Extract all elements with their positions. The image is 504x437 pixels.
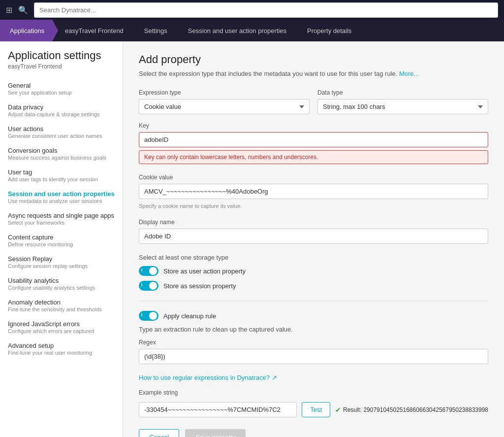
data-type-select[interactable]: String, max 100 chars Long Double Date [317,99,488,114]
toggle-session[interactable]: I O [139,281,158,291]
cookie-value-input[interactable] [139,184,488,199]
sidebar-item-js-errors[interactable]: Ignored JavaScript errors Configure whic… [0,316,123,338]
cookie-value-label: Cookie value [139,174,488,181]
storage-label: Select at least one storage type [139,254,488,261]
test-button[interactable]: Test [302,402,330,417]
key-input[interactable] [139,132,488,147]
search-input[interactable] [34,2,498,18]
regex-input[interactable] [139,349,488,364]
display-name-input[interactable] [139,229,488,244]
regex-group: Regex [139,339,488,364]
storage-section: Select at least one storage type I O Sto… [139,254,488,291]
sidebar-item-advanced[interactable]: Advanced setup Fine-tune your real user … [0,338,123,360]
breadcrumb-app-name[interactable]: easyTravel Frontend [52,20,131,41]
sidebar-item-user-actions[interactable]: User actions Generate consistent user ac… [0,121,123,143]
grid-icon: ⊞ [6,5,12,15]
toggle-action[interactable]: I O [139,266,158,276]
app-layout: Application settings easyTravel Frontend… [0,41,504,437]
key-group: Key Key can only contain lowercase lette… [139,122,488,164]
result-value: 29079104502516860663042567950238833998 [363,406,488,413]
main-content: Add property Select the expression type … [123,41,504,437]
sidebar-item-general[interactable]: General See your application setup [0,78,123,100]
app-title-block: Application settings easyTravel Frontend [0,49,123,78]
sidebar-item-usability[interactable]: Usability analytics Configure usability … [0,273,123,295]
breadcrumb-applications[interactable]: Applications [0,20,52,41]
data-type-group: Data type String, max 100 chars Long Dou… [317,89,488,114]
key-label: Key [139,122,488,129]
sidebar-item-user-tag[interactable]: User tag Add user tags to identify your … [0,165,123,186]
divider [139,301,488,301]
breadcrumb-property-details[interactable]: Property details [294,20,359,41]
app-title: Application settings [8,49,115,62]
result-check-icon: ✔ [335,406,341,414]
test-result: ✔ Result: 290791045025168606630425679502… [335,406,488,414]
display-name-label: Display name [139,219,488,226]
key-error-message: Key can only contain lowercase letters, … [139,150,488,164]
toggle-session-label: Store as session property [163,282,236,290]
cookie-value-group: Cookie value Specify a cookie name to ca… [139,174,488,209]
expression-type-select[interactable]: Cookie value CSS selector JavaScript var… [139,99,310,114]
expression-type-group: Expression type Cookie value CSS selecto… [139,89,310,114]
sidebar-item-session-properties[interactable]: Session and user action properties Use m… [0,186,123,208]
toggle-cleanup-row: I O Apply cleanup rule [139,311,488,321]
search-icon: 🔍 [18,5,28,15]
toggle-action-row: I O Store as user action property [139,266,488,276]
display-name-group: Display name [139,219,488,244]
sidebar-item-async-requests[interactable]: Async requests and single page apps Sele… [0,208,123,230]
example-string-input[interactable] [139,402,297,417]
topbar: ⊞ 🔍 [0,0,504,20]
more-link[interactable]: More... [399,70,419,77]
toggle-action-label: Store as user action property [163,268,246,275]
sidebar-item-anomaly[interactable]: Anomaly detection Fine-tune the sensitiv… [0,295,123,316]
cleanup-desc: Type an extraction rule to clean up the … [139,326,488,333]
breadcrumb-settings[interactable]: Settings [131,20,175,41]
sidebar-item-data-privacy[interactable]: Data privacy Adjust data-capture & stora… [0,100,123,121]
toggle-session-row: I O Store as session property [139,281,488,291]
cookie-hint: Specify a cookie name to capture its val… [139,203,488,209]
action-buttons: Cancel Save property [139,429,488,437]
regex-label: Regex [139,339,488,346]
result-label: Result: [343,406,361,413]
page-title: Add property [139,53,488,66]
toggle-cleanup-label: Apply cleanup rule [163,312,216,320]
test-row: Test ✔ Result: 2907910450251686066304256… [139,402,488,417]
breadcrumb-session-properties[interactable]: Session and user action properties [175,20,294,41]
page-description: Select the expression type that includes… [139,70,488,77]
sidebar-item-content-capture[interactable]: Content capture Define resource monitori… [0,230,123,251]
sidebar: Application settings easyTravel Frontend… [0,41,123,437]
app-subtitle: easyTravel Frontend [8,63,115,70]
save-button: Save property [185,429,246,437]
sidebar-item-session-replay[interactable]: Session Replay Configure session replay … [0,251,123,273]
data-type-label: Data type [317,89,488,96]
sidebar-item-conversion-goals[interactable]: Conversion goals Measure success against… [0,143,123,165]
example-string-group: Example string Test ✔ Result: 2907910450… [139,389,488,417]
expression-type-label: Expression type [139,89,310,96]
toggle-cleanup[interactable]: I O [139,311,158,321]
cancel-button[interactable]: Cancel [139,429,179,437]
cleanup-section: I O Apply cleanup rule Type an extractio… [139,311,488,417]
regex-help-link[interactable]: How to use regular expressions in Dynatr… [139,374,277,381]
type-row: Expression type Cookie value CSS selecto… [139,89,488,114]
example-string-label: Example string [139,389,488,396]
breadcrumb: Applications easyTravel Frontend Setting… [0,20,504,41]
